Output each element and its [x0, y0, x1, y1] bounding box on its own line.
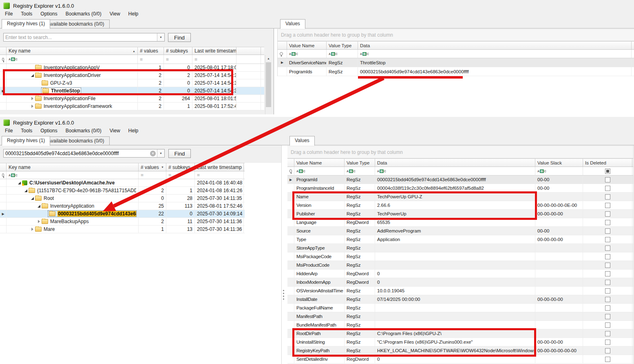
top-search-dropdown-button[interactable]: ▼ [157, 33, 164, 41]
scroll-up-icon[interactable]: ▲ [265, 55, 272, 61]
value-cell-slack[interactable] [535, 304, 583, 312]
tree-cell-values[interactable]: 2 [138, 95, 164, 102]
filter-cell[interactable]: = [139, 171, 166, 179]
tree-cell-values[interactable]: 22 [139, 210, 166, 217]
value-row[interactable]: SourceRegSzAddRemoveProgram00-00 [287, 227, 633, 235]
value-cell-data[interactable] [375, 304, 535, 312]
bottom-search-dropdown-button[interactable]: ▼ [157, 149, 164, 157]
value-cell-data[interactable]: 07/14/2025 00:00:00 [375, 295, 535, 303]
filter-cell[interactable]: ABC [327, 50, 358, 58]
tree-cell-subkeys[interactable]: 0 [164, 87, 192, 94]
tree-row[interactable]: InventoryApplicationAppV102025-08-01 17:… [0, 64, 264, 72]
filter-cell[interactable]: ABC [7, 171, 139, 179]
tree-row[interactable]: InventoryApplication251132025-08-01 17:5… [0, 202, 245, 210]
tree-cell-values[interactable]: 2 [139, 187, 166, 194]
scrollbar-thumb[interactable] [266, 62, 271, 107]
tree-row[interactable]: ▶00003215bdd405d9e974cdd143e6863...22020… [0, 210, 245, 218]
menu-item-bookmarks[interactable]: Bookmarks (0/0) [62, 10, 106, 18]
tree-cell-keyname[interactable]: InventoryApplicationFramework [7, 103, 138, 110]
value-cell-type[interactable]: RegSz [345, 321, 375, 329]
value-cell-slack[interactable] [535, 278, 583, 286]
value-cell-slack[interactable] [535, 312, 583, 320]
value-row[interactable]: RootDirPathRegSzC:\Program Files (x86)\G… [287, 329, 633, 338]
value-cell-type[interactable]: RegSz [345, 338, 375, 346]
tree-cell-subkeys[interactable]: 13 [166, 226, 195, 233]
value-cell-isdeleted[interactable] [583, 235, 632, 243]
column-header-value-slack[interactable]: Value Slack [535, 159, 583, 167]
filter-cell[interactable] [287, 167, 294, 175]
filter-cell[interactable]: = [166, 171, 195, 179]
value-row[interactable]: TypeRegSzApplication00-00-00-00 [287, 235, 633, 244]
value-cell-slack[interactable]: 00-00-00-00-00-00 [535, 346, 583, 355]
value-cell-data[interactable] [375, 261, 535, 269]
value-cell-slack[interactable]: 00-00-00-00 [535, 338, 583, 346]
filter-cell[interactable] [278, 50, 287, 58]
value-cell-slack[interactable] [535, 329, 583, 338]
value-cell-name[interactable]: ProgramIds [287, 67, 327, 76]
tree-cell-values[interactable]: 2 [138, 79, 164, 87]
value-cell-slack[interactable] [535, 321, 583, 329]
checkbox-unchecked[interactable] [605, 237, 610, 242]
value-cell-name[interactable]: ProgramId [294, 175, 345, 184]
checkbox-unchecked[interactable] [605, 220, 610, 225]
value-cell-data[interactable]: 2.66.6 [375, 201, 535, 209]
checkbox-unchecked[interactable] [605, 322, 610, 328]
value-cell-name[interactable]: UninstallString [294, 338, 345, 346]
filter-cell[interactable]: = [192, 55, 236, 64]
value-cell-isdeleted[interactable] [583, 252, 632, 261]
checkbox-unchecked[interactable] [605, 186, 610, 191]
tree-cell-timestamp[interactable]: 2025-07-30 14:11:35 [195, 195, 244, 202]
value-cell-type[interactable]: RegDword [345, 270, 375, 278]
value-cell-slack[interactable] [535, 244, 583, 252]
value-cell-slack[interactable] [535, 355, 583, 363]
menu-item-tools[interactable]: Tools [17, 127, 36, 135]
tree-cell-subkeys[interactable] [166, 179, 195, 186]
menu-item-file[interactable]: File [1, 10, 17, 18]
value-cell-isdeleted[interactable] [583, 355, 632, 363]
value-row[interactable]: SentDetailedInvRegDword0 [287, 355, 633, 364]
value-cell-slack[interactable] [535, 252, 583, 261]
value-row[interactable]: MsiProductCodeRegSz [287, 261, 633, 270]
pane-splitter[interactable] [281, 145, 282, 364]
column-header-is-deleted[interactable]: Is Deleted [583, 159, 632, 167]
value-cell-isdeleted[interactable] [583, 175, 632, 184]
value-cell-slack[interactable] [535, 287, 583, 295]
checkbox-unchecked[interactable] [605, 203, 610, 208]
expander-slot[interactable] [29, 97, 35, 100]
value-cell-data[interactable]: 65535 [375, 218, 535, 226]
tree-cell-timestamp[interactable]: 2025-07-30 14:11:36 [195, 218, 244, 225]
value-cell-type[interactable]: RegSz [327, 67, 358, 76]
menu-item-file[interactable]: File [1, 127, 17, 135]
value-cell-slack[interactable] [535, 193, 583, 201]
tab-available-bookmarks[interactable]: Available bookmarks (0/0) [42, 20, 110, 29]
tree-cell-subkeys[interactable]: 11 [166, 218, 195, 225]
value-cell-name[interactable]: Version [294, 201, 345, 209]
value-cell-type[interactable]: RegSz [345, 193, 375, 201]
tree-cell-subkeys[interactable]: 0 [164, 64, 192, 71]
filter-cell[interactable]: ABC [287, 50, 327, 58]
collapsed-node-icon[interactable] [31, 97, 33, 100]
value-cell-isdeleted[interactable] [583, 304, 632, 312]
top-search-input[interactable] [4, 35, 157, 40]
expanded-node-icon[interactable] [18, 182, 21, 184]
sort-ascending-icon[interactable]: ▲ [131, 50, 135, 53]
filter-cell[interactable]: ABC [7, 55, 138, 64]
checkbox-unchecked[interactable] [605, 340, 610, 345]
column-header-value-type[interactable]: Value Type [345, 159, 375, 167]
tree-cell-subkeys[interactable]: 28 [166, 195, 195, 202]
value-cell-type[interactable]: RegSz [345, 201, 375, 209]
tree-cell-keyname[interactable]: 00003215bdd405d9e974cdd143e6863... [7, 210, 139, 217]
tree-row[interactable]: ▶ThrottleStop202025-07-14 14:54:34 [0, 87, 264, 95]
filter-cell[interactable]: ABC [358, 50, 632, 58]
tree-cell-values[interactable] [139, 179, 166, 186]
tree-cell-values[interactable]: 0 [139, 195, 166, 202]
expander-slot[interactable] [23, 189, 29, 192]
tree-cell-values[interactable]: 2 [138, 87, 164, 94]
value-row[interactable]: UninstallStringRegSz"C:\Program Files (x… [287, 338, 633, 346]
tree-cell-keyname[interactable]: C:\Users\user\Desktop\Amcache.hve [7, 179, 139, 186]
bottom-search-box[interactable]: ✕ ▼ [3, 149, 165, 158]
tree-cell-timestamp[interactable]: 2025-07-14 14:54:34 [192, 87, 236, 94]
value-row[interactable]: PublisherRegSzTechPowerUp00-00-00-00 [287, 210, 633, 218]
value-cell-name[interactable]: Name [294, 193, 345, 201]
tree-cell-subkeys[interactable]: 0 [166, 210, 195, 217]
